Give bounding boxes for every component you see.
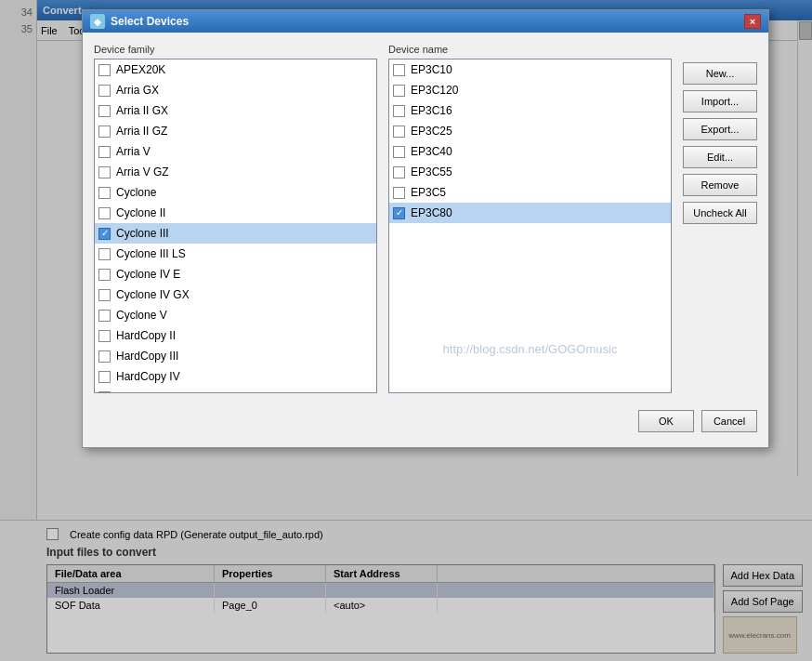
name-checkbox-1[interactable] bbox=[393, 85, 405, 97]
family-checkbox-6[interactable] bbox=[98, 187, 111, 199]
family-item-14[interactable]: HardCopy III bbox=[95, 346, 376, 366]
family-checkbox-9[interactable] bbox=[98, 248, 111, 260]
cancel-button[interactable]: Cancel bbox=[701, 410, 757, 432]
family-label-14: HardCopy III bbox=[116, 350, 178, 363]
family-item-12[interactable]: Cyclone V bbox=[95, 305, 376, 325]
family-checkbox-3[interactable] bbox=[98, 126, 111, 138]
name-label-2: EP3C16 bbox=[411, 104, 452, 117]
name-item-6[interactable]: EP3C5 bbox=[389, 182, 671, 203]
name-item-3[interactable]: EP3C25 bbox=[389, 121, 671, 141]
family-item-2[interactable]: Arria II GX bbox=[95, 100, 376, 121]
close-button[interactable]: × bbox=[744, 14, 761, 29]
dialog-title-icon: ◆ bbox=[90, 14, 105, 29]
name-item-5[interactable]: EP3C55 bbox=[389, 162, 671, 182]
family-item-6[interactable]: Cyclone bbox=[95, 182, 376, 203]
name-label-0: EP3C10 bbox=[411, 63, 452, 76]
family-item-4[interactable]: Arria V bbox=[95, 141, 376, 162]
family-checkbox-4[interactable] bbox=[98, 146, 111, 158]
family-label-10: Cyclone IV E bbox=[116, 268, 180, 281]
name-checkbox-4[interactable] bbox=[393, 146, 405, 158]
edit-button[interactable]: Edit... bbox=[683, 146, 757, 168]
family-checkbox-15[interactable] bbox=[98, 371, 111, 383]
family-item-1[interactable]: Arria GX bbox=[95, 80, 376, 100]
family-label-1: Arria GX bbox=[116, 84, 159, 97]
family-label-11: Cyclone IV GX bbox=[116, 288, 190, 301]
family-checkbox-0[interactable] bbox=[98, 64, 111, 76]
device-name-label: Device name bbox=[388, 44, 672, 55]
name-label-1: EP3C120 bbox=[411, 84, 458, 97]
device-name-list[interactable]: EP3C10EP3C120EP3C16EP3C25EP3C40EP3C55EP3… bbox=[388, 59, 672, 393]
family-label-15: HardCopy IV bbox=[116, 370, 180, 383]
ok-button[interactable]: OK bbox=[638, 410, 694, 432]
export-button[interactable]: Export... bbox=[683, 118, 757, 140]
name-label-4: EP3C40 bbox=[411, 145, 452, 158]
dialog-body: Device family APEX20KArria GXArria II GX… bbox=[83, 33, 768, 447]
name-checkbox-3[interactable] bbox=[393, 126, 405, 138]
family-item-13[interactable]: HardCopy II bbox=[95, 325, 376, 346]
family-checkbox-13[interactable] bbox=[98, 330, 111, 342]
family-label-7: Cyclone II bbox=[116, 206, 165, 219]
family-item-7[interactable]: Cyclone II bbox=[95, 203, 376, 223]
name-checkbox-2[interactable] bbox=[393, 105, 405, 117]
family-label-2: Arria II GX bbox=[116, 104, 168, 117]
family-label-13: HardCopy II bbox=[116, 329, 176, 342]
name-label-6: EP3C5 bbox=[411, 186, 446, 199]
name-checkbox-7[interactable] bbox=[393, 207, 405, 219]
family-item-16[interactable]: MAX II bbox=[95, 387, 376, 393]
select-devices-dialog: ◆ Select Devices × Device family APEX20K… bbox=[82, 9, 769, 448]
family-checkbox-16[interactable] bbox=[98, 391, 111, 394]
family-checkbox-10[interactable] bbox=[98, 269, 111, 281]
name-item-1[interactable]: EP3C120 bbox=[389, 80, 671, 100]
dialog-footer: OK Cancel bbox=[94, 403, 757, 436]
family-item-8[interactable]: Cyclone III bbox=[95, 223, 376, 244]
family-label-6: Cyclone bbox=[116, 186, 156, 199]
family-item-11[interactable]: Cyclone IV GX bbox=[95, 284, 376, 305]
name-item-4[interactable]: EP3C40 bbox=[389, 141, 671, 162]
family-label-8: Cyclone III bbox=[116, 227, 169, 240]
family-label-0: APEX20K bbox=[116, 63, 165, 76]
name-label-7: EP3C80 bbox=[411, 206, 452, 219]
device-family-panel: Device family APEX20KArria GXArria II GX… bbox=[94, 44, 377, 393]
family-checkbox-14[interactable] bbox=[98, 350, 111, 363]
family-checkbox-12[interactable] bbox=[98, 310, 111, 322]
family-label-3: Arria II GZ bbox=[116, 125, 167, 138]
import-button[interactable]: Import... bbox=[683, 90, 757, 112]
name-label-3: EP3C25 bbox=[411, 125, 452, 138]
family-item-9[interactable]: Cyclone III LS bbox=[95, 244, 376, 264]
dialog-title: Select Devices bbox=[111, 15, 189, 28]
device-family-list[interactable]: APEX20KArria GXArria II GXArria II GZArr… bbox=[94, 59, 377, 393]
device-family-label: Device family bbox=[94, 44, 377, 55]
family-item-3[interactable]: Arria II GZ bbox=[95, 121, 376, 141]
name-checkbox-0[interactable] bbox=[393, 64, 405, 76]
family-label-5: Arria V GZ bbox=[116, 165, 169, 178]
family-item-5[interactable]: Arria V GZ bbox=[95, 162, 376, 182]
family-checkbox-7[interactable] bbox=[98, 207, 111, 219]
family-checkbox-5[interactable] bbox=[98, 166, 111, 178]
name-label-5: EP3C55 bbox=[411, 165, 452, 178]
family-checkbox-8[interactable] bbox=[98, 228, 111, 240]
action-buttons-panel: New... Import... Export... Edit... Remov… bbox=[683, 44, 757, 393]
family-checkbox-11[interactable] bbox=[98, 289, 111, 301]
dialog-titlebar: ◆ Select Devices × bbox=[83, 10, 768, 33]
uncheck-all-button[interactable]: Uncheck All bbox=[683, 202, 757, 224]
family-label-12: Cyclone V bbox=[116, 309, 167, 322]
new-button[interactable]: New... bbox=[683, 62, 757, 85]
remove-button[interactable]: Remove bbox=[683, 174, 757, 196]
family-item-10[interactable]: Cyclone IV E bbox=[95, 264, 376, 284]
dialog-columns: Device family APEX20KArria GXArria II GX… bbox=[94, 44, 757, 393]
family-checkbox-2[interactable] bbox=[98, 105, 111, 117]
family-checkbox-1[interactable] bbox=[98, 85, 111, 97]
device-name-panel: Device name EP3C10EP3C120EP3C16EP3C25EP3… bbox=[388, 44, 672, 393]
name-item-2[interactable]: EP3C16 bbox=[389, 100, 671, 121]
name-checkbox-6[interactable] bbox=[393, 187, 405, 199]
family-label-4: Arria V bbox=[116, 145, 151, 158]
family-label-16: MAX II bbox=[116, 390, 150, 393]
family-item-0[interactable]: APEX20K bbox=[95, 59, 376, 80]
name-item-0[interactable]: EP3C10 bbox=[389, 59, 671, 80]
name-checkbox-5[interactable] bbox=[393, 166, 405, 178]
name-item-7[interactable]: EP3C80 bbox=[389, 203, 671, 223]
family-item-15[interactable]: HardCopy IV bbox=[95, 366, 376, 387]
family-label-9: Cyclone III LS bbox=[116, 247, 186, 260]
